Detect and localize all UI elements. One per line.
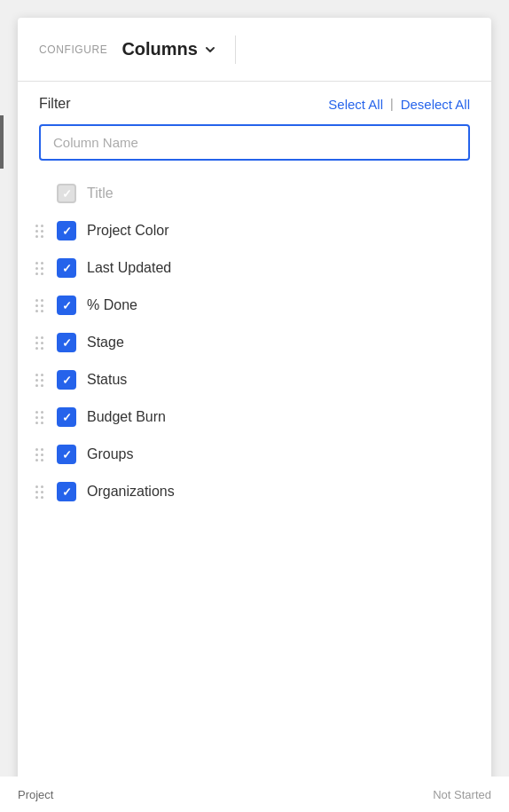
- list-item[interactable]: ✓Groups: [18, 436, 491, 473]
- search-input[interactable]: [39, 124, 470, 161]
- filter-actions: Select All | Deselect All: [328, 97, 470, 112]
- column-label-groups: Groups: [87, 446, 133, 462]
- panel-header: CONFIGURE Columns: [18, 18, 491, 82]
- checkbox-stage[interactable]: ✓: [57, 333, 76, 352]
- columns-title-text: Columns: [121, 39, 198, 59]
- list-item[interactable]: ✓Budget Burn: [18, 398, 491, 436]
- drag-handle-icon[interactable]: [32, 299, 46, 312]
- drag-handle-icon[interactable]: [32, 485, 46, 499]
- filter-label: Filter: [39, 96, 71, 112]
- drag-handle-icon[interactable]: [32, 336, 46, 350]
- drag-handle-icon[interactable]: [32, 262, 46, 275]
- column-label-budget-burn: Budget Burn: [87, 409, 166, 425]
- column-label-status: Status: [87, 372, 127, 388]
- drag-handle-icon[interactable]: [32, 411, 46, 424]
- columns-title: Columns: [121, 39, 217, 59]
- checkbox-percent-done[interactable]: ✓: [57, 296, 76, 315]
- column-label-title: Title: [87, 185, 114, 201]
- column-label-stage: Stage: [87, 335, 124, 351]
- list-item[interactable]: ✓Organizations: [18, 473, 491, 510]
- checkbox-organizations[interactable]: ✓: [57, 482, 76, 501]
- column-label-last-updated: Last Updated: [87, 260, 171, 276]
- column-label-percent-done: % Done: [87, 297, 137, 313]
- list-item[interactable]: ✓Status: [18, 361, 491, 398]
- checkbox-project-color[interactable]: ✓: [57, 221, 76, 240]
- list-item[interactable]: ✓Stage: [18, 324, 491, 361]
- checkbox-status[interactable]: ✓: [57, 370, 76, 390]
- checkbox-groups[interactable]: ✓: [57, 445, 76, 464]
- drag-handle-icon[interactable]: [32, 225, 46, 238]
- list-item: ✓Title: [18, 175, 491, 212]
- filter-section: Filter Select All | Deselect All: [18, 82, 491, 171]
- deselect-all-button[interactable]: Deselect All: [401, 97, 470, 112]
- columns-list: ✓Title ✓Project Color ✓Last Updated: [18, 171, 491, 794]
- background-text: Project: [18, 788, 53, 801]
- configure-panel: CONFIGURE Columns Filter Select All | De…: [18, 18, 491, 794]
- background-bar: Project Not Started: [0, 777, 509, 812]
- background-status: Not Started: [433, 788, 491, 801]
- list-item[interactable]: ✓Last Updated: [18, 249, 491, 287]
- list-item[interactable]: ✓Project Color: [18, 212, 491, 249]
- left-accent-bar: [0, 115, 4, 169]
- column-label-organizations: Organizations: [87, 484, 175, 500]
- column-label-project-color: Project Color: [87, 223, 168, 239]
- drag-handle-icon[interactable]: [32, 374, 46, 387]
- checkbox-last-updated[interactable]: ✓: [57, 258, 76, 278]
- chevron-down-icon[interactable]: [203, 43, 217, 57]
- header-divider: [235, 35, 236, 64]
- select-all-button[interactable]: Select All: [328, 97, 383, 112]
- drag-handle-icon[interactable]: [32, 448, 46, 461]
- checkbox-budget-burn[interactable]: ✓: [57, 407, 76, 427]
- configure-label: CONFIGURE: [39, 43, 107, 56]
- filter-row: Filter Select All | Deselect All: [39, 96, 470, 112]
- actions-separator: |: [390, 97, 394, 111]
- checkbox-title: ✓: [57, 184, 76, 203]
- list-item[interactable]: ✓% Done: [18, 287, 491, 324]
